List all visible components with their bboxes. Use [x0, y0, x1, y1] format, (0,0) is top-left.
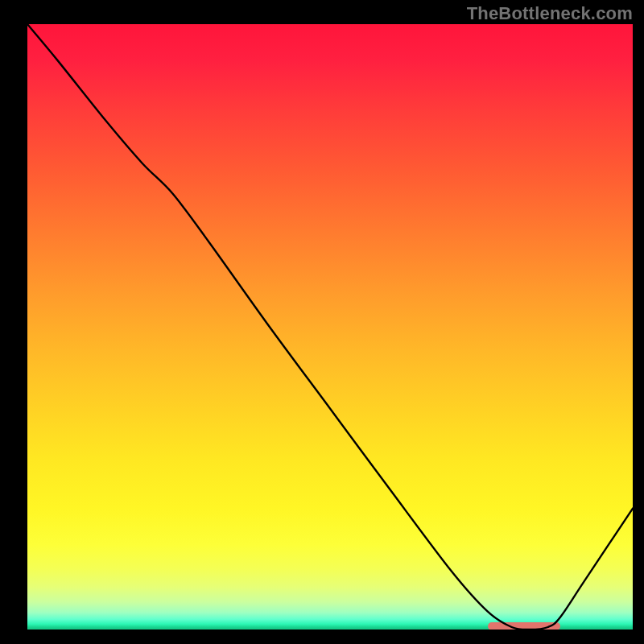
- watermark-text: TheBottleneck.com: [467, 3, 633, 24]
- bottleneck-curve: [27, 24, 633, 630]
- chart-container: TheBottleneck.com: [0, 0, 644, 644]
- plot-area: [27, 24, 633, 630]
- curve-svg: [27, 24, 633, 630]
